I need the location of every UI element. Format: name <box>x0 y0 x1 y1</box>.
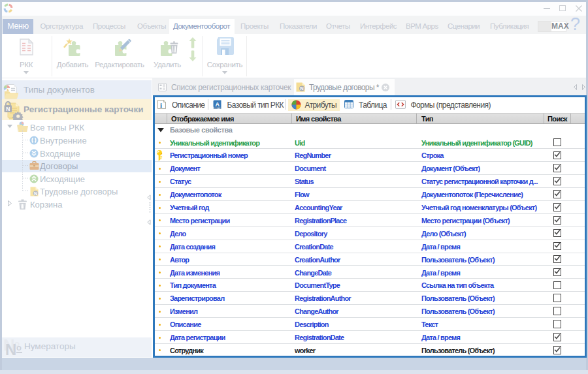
svg-text:N: N <box>300 86 303 91</box>
svg-text:N: N <box>6 106 10 112</box>
svg-text:i: i <box>160 101 162 109</box>
svg-text:o: o <box>16 343 22 352</box>
svg-text:A: A <box>216 101 220 108</box>
svg-text:N: N <box>5 341 16 356</box>
svg-text:N: N <box>34 191 37 195</box>
